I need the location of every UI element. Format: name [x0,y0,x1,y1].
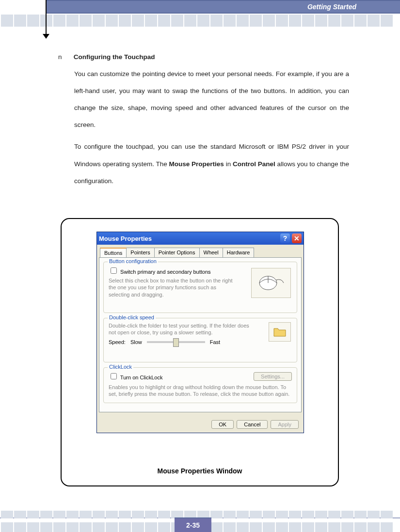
p2-c: in [224,160,233,168]
tab-buttons[interactable]: Buttons [100,248,127,257]
button-config-desc: Select this check box to make the button… [109,277,235,298]
dialog-title: Mouse Properties [99,235,278,242]
dialog-button-row: OK Cancel Apply [97,416,304,433]
clicklock-settings-button[interactable]: Settings... [254,372,292,381]
folder-icon [273,327,287,337]
mouse-properties-dialog: Mouse Properties ? ✕ Buttons Pointers Po… [96,232,304,433]
arrow-line [46,0,47,37]
top-decor [0,15,400,27]
p2-mouse-properties: Mouse Properties [169,160,224,168]
tab-hardware[interactable]: Hardware [223,248,255,257]
speed-row: Speed: Slow Fast [109,339,249,345]
clicklock-checkbox[interactable] [111,373,117,379]
close-button[interactable]: ✕ [292,234,302,243]
p2-control-panel: Control Panel [233,160,275,168]
speed-slider[interactable] [147,341,205,343]
tab-wheel[interactable]: Wheel [199,248,223,257]
folder-preview[interactable] [269,322,291,342]
cancel-button[interactable]: Cancel [237,420,268,429]
section-heading: Configuring the Touchpad [74,53,155,61]
mouse-icon [257,273,285,293]
speed-fast: Fast [210,339,220,345]
header-bar: Getting Started [46,0,400,14]
legend-button-config: Button configuration [108,258,158,264]
clicklock-desc: Enables you to highlight or drag without… [109,384,292,398]
arrow-down-icon [43,34,49,39]
clicklock-row[interactable]: Turn on ClickLock [109,372,162,381]
clicklock-label: Turn on ClickLock [120,375,163,380]
mouse-preview [251,268,291,298]
tab-panel-buttons: Button configuration Switch primary and … [99,257,302,412]
switch-buttons-row[interactable]: Switch primary and secondary buttons [109,269,211,275]
figure-caption: Mouse Properties Window [62,467,338,475]
figure-frame: Mouse Properties ? ✕ Buttons Pointers Po… [61,218,339,486]
bullet-n: n [58,48,72,65]
legend-clicklock: ClickLock [108,364,133,370]
double-click-desc: Double-click the folder to test your set… [109,322,249,336]
group-double-click: Double-click speed Double-click the fold… [103,318,297,362]
switch-buttons-checkbox[interactable] [111,267,117,274]
dialog-titlebar: Mouse Properties ? ✕ [97,232,304,245]
speed-label: Speed: [109,339,126,345]
speed-slow: Slow [130,339,142,345]
legend-double-click: Double-click speed [108,314,156,320]
help-button[interactable]: ? [280,234,290,243]
header-title: Getting Started [307,3,356,11]
apply-button[interactable]: Apply [271,420,299,429]
tab-pointer-options[interactable]: Pointer Options [154,248,200,257]
page-number: 2-35 [175,517,211,532]
paragraph-2: To configure the touchpad, you can use t… [74,138,349,189]
group-clicklock: ClickLock Turn on ClickLock Settings... … [103,367,297,403]
content-block: n Configuring the Touchpad You can custo… [58,48,349,189]
group-button-config: Button configuration Switch primary and … [103,262,297,313]
ok-button[interactable]: OK [211,420,234,429]
tab-pointers[interactable]: Pointers [126,248,154,257]
dialog-tabs: Buttons Pointers Pointer Options Wheel H… [97,245,304,257]
switch-buttons-label: Switch primary and secondary buttons [120,269,210,275]
paragraph-1: You can customize the pointing device to… [74,65,349,133]
